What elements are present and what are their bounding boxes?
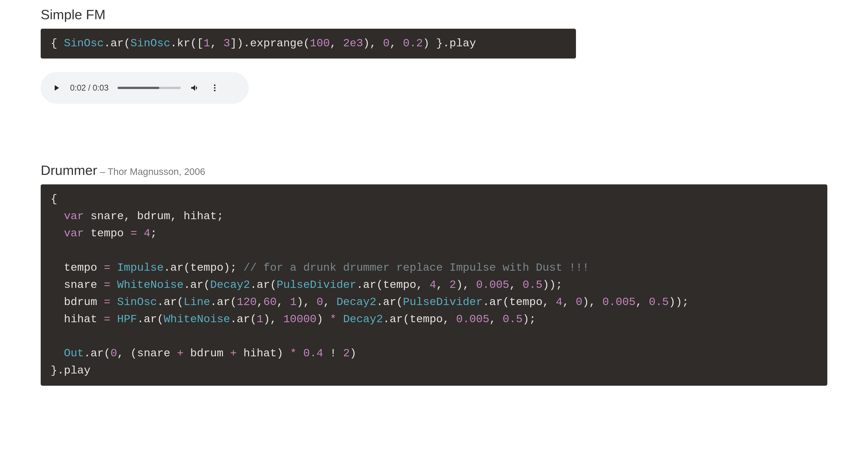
page: Simple FM { SinOsc.ar(SinOsc.kr([1, 3]).…: [0, 0, 868, 451]
svg-point-2: [214, 90, 216, 91]
time-sep: /: [86, 83, 93, 92]
volume-button[interactable]: [190, 83, 200, 93]
play-icon: [52, 83, 61, 93]
svg-point-1: [214, 87, 216, 89]
volume-icon: [190, 83, 200, 93]
title-text: Drummer: [41, 163, 97, 178]
subtitle-text: – Thor Magnusson, 2006: [97, 166, 205, 177]
audio-menu-button[interactable]: [210, 84, 219, 92]
more-vert-icon: [210, 84, 219, 92]
audio-player[interactable]: 0:02 / 0:03: [41, 72, 249, 104]
code-block-simple-fm[interactable]: { SinOsc.ar(SinOsc.kr([1, 3]).exprange(1…: [41, 29, 576, 59]
total-time: 0:03: [93, 83, 108, 92]
section-title-simple-fm: Simple FM: [41, 7, 827, 22]
audio-time: 0:02 / 0:03: [70, 83, 108, 93]
current-time: 0:02: [70, 83, 86, 92]
play-button[interactable]: [52, 83, 61, 93]
audio-progress-fill: [118, 87, 159, 89]
audio-progress-track[interactable]: [118, 87, 181, 89]
code-block-drummer[interactable]: { var snare, bdrum, hihat; var tempo = 4…: [41, 184, 827, 386]
svg-point-0: [214, 85, 216, 86]
section-title-drummer: Drummer – Thor Magnusson, 2006: [41, 162, 827, 178]
title-text: Simple FM: [41, 7, 105, 22]
